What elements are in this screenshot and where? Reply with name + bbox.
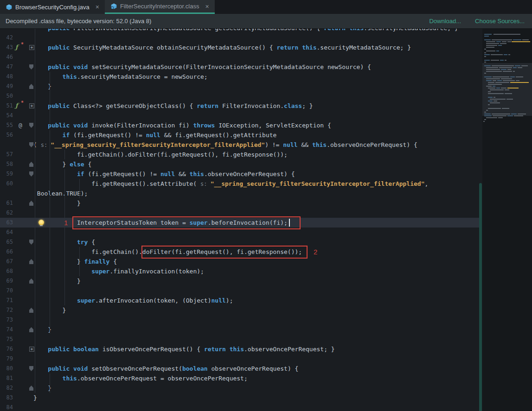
code-line[interactable]: Boolean.TRUE); [0, 189, 480, 198]
code-line[interactable]: 60 fi.getRequest().setAttribute( s: "__s… [0, 179, 480, 189]
line-number: 83 [0, 393, 13, 403]
minimap-row [482, 67, 532, 68]
code-line[interactable]: 43ƒ*+ public SecurityMetadataSource obta… [0, 43, 480, 52]
code-line[interactable]: 55@ public void invoke(FilterInvocation … [0, 120, 480, 130]
code-line[interactable]: 51ƒ*+ public Class<?> getSecureObjectCla… [0, 101, 480, 111]
code-line[interactable]: 48 this.securityMetadataSource = newSour… [0, 72, 480, 82]
minimap-row [482, 117, 532, 118]
minimap-row [482, 60, 532, 61]
code-line[interactable]: 84 [0, 403, 480, 411]
fold-marker-end-icon[interactable] [29, 259, 33, 264]
code-line[interactable]: 81 this.observeOncePerRequest = observeO… [0, 373, 480, 383]
code-line[interactable]: 42 [0, 33, 480, 43]
code-line[interactable]: 75 [0, 335, 480, 344]
code-line[interactable]: 57 fi.getChain().doFilter(fi.getRequest(… [0, 150, 480, 159]
code-line[interactable]: 56 if (fi.getRequest() != null && fi.get… [0, 130, 480, 140]
code-line[interactable]: 54 [0, 111, 480, 120]
code-text: this.observeOncePerRequest = observeOnce… [33, 373, 248, 383]
line-number: 69 [0, 276, 13, 286]
line-number: 84 [0, 403, 13, 411]
line-number: 76 [0, 344, 13, 354]
code-line[interactable]: 82 } [0, 383, 480, 393]
fold-marker-start-icon[interactable] [29, 142, 33, 147]
minimap-row [482, 76, 532, 77]
code-text: this.securityMetadataSource = newSource; [33, 72, 208, 82]
code-line[interactable]: 71 super.afterInvocation(token, (Object)… [0, 296, 480, 305]
fold-marker-start-icon[interactable] [29, 123, 33, 128]
code-text: public SecurityMetadataSource obtainSecu… [33, 43, 411, 52]
indent-guide [79, 179, 80, 198]
minimap-row [482, 101, 532, 101]
line-number: 82 [0, 383, 13, 393]
line-number: 62 [0, 208, 13, 218]
code-line[interactable]: 58 } else { [0, 159, 480, 169]
minimap-row [482, 121, 532, 122]
code-line[interactable]: 80 public void setObserveOncePerRequest(… [0, 364, 480, 373]
minimap-row [482, 69, 532, 70]
line-number: 65 [0, 237, 13, 247]
tab-browser-security-config[interactable]: BrowserSecurityConfig.java × [0, 0, 105, 14]
line-number: 73 [0, 315, 13, 325]
minimap-row [482, 99, 532, 100]
close-icon[interactable]: × [96, 3, 99, 11]
code-line[interactable]: 70 [0, 286, 480, 296]
code-line[interactable]: 59 if (fi.getRequest() != null && this.o… [0, 169, 480, 179]
line-number: 46 [0, 52, 13, 62]
code-line[interactable]: 72 } [0, 305, 480, 315]
fold-marker-start-icon[interactable] [29, 171, 33, 177]
tab-filter-security-interceptor[interactable]: FilterSecurityInterceptor.class × [105, 0, 215, 14]
code-line[interactable]: 79 [0, 354, 480, 364]
code-line[interactable]: 61 } [0, 198, 480, 208]
minimap-row [482, 65, 532, 66]
code-line[interactable]: 46 [0, 52, 480, 62]
code-line[interactable]: 69 } [0, 276, 480, 286]
minimap-row [482, 51, 532, 51]
annotation-box-2 [141, 246, 308, 259]
line-number: 42 [0, 33, 13, 43]
minimap-row [482, 95, 532, 96]
minimap-row [482, 49, 532, 50]
minimap-row [482, 75, 532, 76]
line-number: 61 [0, 198, 13, 208]
fold-marker-end-icon[interactable] [29, 162, 33, 167]
code-line[interactable]: 50 [0, 91, 480, 101]
fold-marker-end-icon[interactable] [29, 278, 33, 284]
fold-marker-end-icon[interactable] [29, 308, 33, 313]
code-line[interactable]: ( s: "__spring_security_filterSecurityIn… [0, 140, 480, 150]
annotation-label-1: 1 [64, 219, 68, 227]
line-number: 66 [0, 247, 13, 257]
override-method-icon[interactable]: ƒ* [15, 102, 22, 109]
fold-marker-end-icon[interactable] [29, 201, 33, 206]
download-link[interactable]: Download... [429, 18, 461, 25]
code-line[interactable]: 68 super.finallyInvocation(token); [0, 266, 480, 276]
fold-marker-end-icon[interactable] [29, 327, 33, 332]
code-editor[interactable]: public FilterInvocationSecurityMetadataS… [0, 29, 480, 411]
fold-marker-end-icon[interactable] [29, 386, 33, 391]
code-line[interactable]: 83} [0, 393, 480, 403]
minimap-row [482, 73, 532, 74]
code-line[interactable]: public FilterInvocationSecurityMetadataS… [0, 29, 480, 33]
code-line[interactable]: 49 } [0, 82, 480, 91]
fold-marker-start-icon[interactable] [29, 240, 33, 245]
minimap-row [482, 58, 532, 59]
close-icon[interactable]: × [205, 3, 209, 10]
minimap[interactable] [482, 29, 532, 411]
fold-marker-end-icon[interactable] [29, 84, 33, 89]
override-method-icon[interactable]: ƒ* [15, 44, 22, 51]
indent-guide [35, 29, 35, 393]
code-line[interactable]: 47 public void setSecurityMetadataSource… [0, 62, 480, 72]
choose-sources-link[interactable]: Choose Sources... [475, 18, 525, 25]
code-text: public void setSecurityMetadataSource(Fi… [33, 62, 371, 72]
fold-marker-start-icon[interactable] [29, 366, 33, 371]
indent-guide [79, 247, 80, 276]
scrollbar-thumb[interactable] [479, 183, 482, 411]
minimap-row [482, 62, 532, 63]
annotation-label-2: 2 [314, 248, 317, 256]
code-line[interactable]: 76+ public boolean isObserveOncePerReque… [0, 344, 480, 354]
minimap-row [482, 36, 532, 37]
fold-marker-start-icon[interactable] [29, 64, 33, 70]
code-text: super.afterInvocation(token, (Object)nul… [33, 296, 233, 305]
code-line[interactable]: 74 } [0, 325, 480, 335]
code-line[interactable]: 73 [0, 315, 480, 325]
minimap-row [482, 63, 532, 64]
